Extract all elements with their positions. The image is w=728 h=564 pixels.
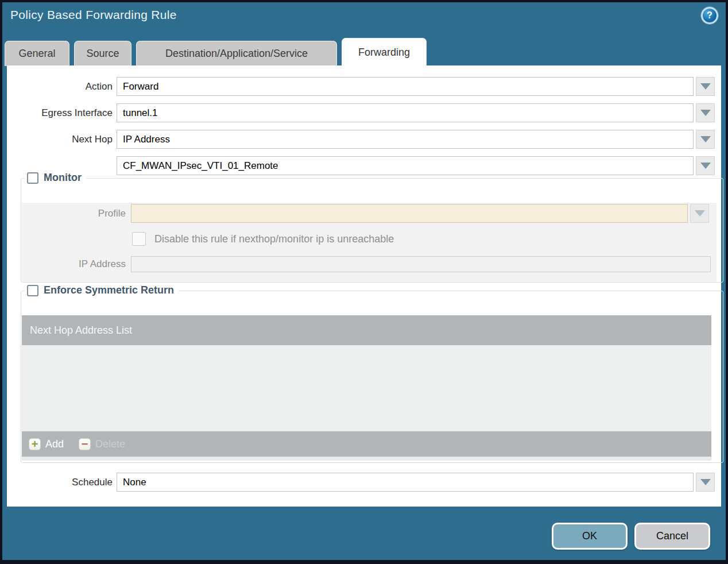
delete-button-label: Delete: [95, 438, 125, 450]
next-hop-type-dropdown-button[interactable]: [696, 130, 715, 149]
egress-interface-dropdown-button[interactable]: [696, 103, 715, 122]
delete-minus-icon: −: [79, 438, 91, 450]
monitor-fieldset: Monitor Profile Disable this rule if nex…: [21, 178, 723, 283]
enforce-symmetric-return-legend: Enforce Symmetric Return: [25, 284, 179, 296]
next-hop-type-select[interactable]: IP Address: [117, 130, 694, 149]
add-plus-icon: +: [29, 438, 41, 450]
tab-forwarding[interactable]: Forwarding: [342, 38, 427, 66]
enforce-symmetric-return-fieldset: Enforce Symmetric Return Next Hop Addres…: [21, 291, 723, 463]
dropdown-arrow-icon: [700, 136, 711, 142]
next-hop-address-list-toolbar: + Add − Delete: [22, 431, 711, 457]
tab-bar: General Source Destination/Application/S…: [5, 38, 427, 66]
monitor-legend: Monitor: [25, 172, 86, 184]
monitor-checkbox[interactable]: [27, 172, 38, 184]
profile-select[interactable]: [131, 204, 688, 223]
tab-general[interactable]: General: [5, 41, 69, 66]
enforce-symmetric-return-checkbox[interactable]: [27, 285, 38, 296]
table-bottom-strip: [22, 457, 711, 461]
tab-destination-application-service[interactable]: Destination/Application/Service: [136, 41, 337, 66]
next-hop-address-list-body[interactable]: [22, 345, 711, 431]
forwarding-tab-panel: Action Forward Egress Interface tunnel.1…: [7, 65, 721, 507]
schedule-select[interactable]: None: [117, 473, 694, 492]
delete-button[interactable]: − Delete: [79, 438, 125, 450]
action-label: Action: [7, 77, 113, 96]
egress-interface-label: Egress Interface: [7, 103, 113, 122]
tab-source[interactable]: Source: [74, 41, 131, 66]
enforce-symmetric-return-legend-label: Enforce Symmetric Return: [44, 284, 174, 296]
help-icon[interactable]: ?: [701, 7, 718, 24]
action-dropdown-button[interactable]: [696, 77, 715, 96]
schedule-label: Schedule: [7, 473, 113, 492]
egress-interface-select[interactable]: tunnel.1: [117, 103, 694, 122]
monitor-body: Profile Disable this rule if nexthop/mon…: [22, 203, 717, 281]
add-button-label: Add: [45, 438, 64, 450]
next-hop-address-list-header: Next Hop Address List: [22, 315, 711, 345]
next-hop-address-list-table: Next Hop Address List + Add − Delete: [22, 315, 711, 461]
disable-rule-label: Disable this rule if nexthop/monitor ip …: [154, 232, 394, 246]
add-button[interactable]: + Add: [29, 438, 64, 450]
monitor-ip-address-input[interactable]: [131, 256, 711, 272]
dialog-title: Policy Based Forwarding Rule: [10, 8, 177, 22]
next-hop-label: Next Hop: [7, 130, 113, 149]
cancel-button[interactable]: Cancel: [634, 523, 710, 550]
action-select[interactable]: Forward: [117, 77, 694, 96]
monitor-ip-address-label: IP Address: [22, 256, 126, 272]
next-hop-address-dropdown-button[interactable]: [696, 156, 715, 175]
profile-label: Profile: [22, 204, 126, 223]
dropdown-arrow-icon: [700, 163, 711, 169]
dropdown-arrow-icon: [695, 210, 705, 217]
disable-rule-checkbox[interactable]: [132, 232, 146, 246]
next-hop-address-select[interactable]: CF_MWAN_IPsec_VTI_01_Remote: [117, 156, 694, 175]
dropdown-arrow-icon: [700, 479, 711, 485]
pbf-rule-dialog: Policy Based Forwarding Rule ? General S…: [0, 0, 728, 564]
dropdown-arrow-icon: [700, 83, 711, 90]
profile-dropdown-button[interactable]: [690, 204, 709, 223]
schedule-dropdown-button[interactable]: [696, 473, 715, 492]
dropdown-arrow-icon: [700, 110, 711, 116]
monitor-legend-label: Monitor: [44, 172, 82, 184]
ok-button[interactable]: OK: [552, 523, 628, 550]
